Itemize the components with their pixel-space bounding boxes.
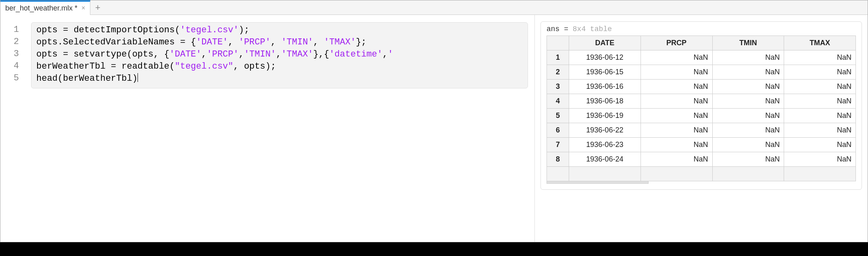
cell-tmin[interactable]: NaN [712,80,784,94]
cell-tmin[interactable]: NaN [712,152,784,167]
editor-window: ber_hot_weather.mlx * × + 12345 opts = d… [0,0,868,242]
code-token: , [201,49,207,59]
table-header-row: DATE PRCP TMIN TMAX [547,36,856,50]
footer-cell [547,167,569,181]
string-token: 'DATE' [169,49,201,59]
col-header-tmin[interactable]: TMIN [712,36,784,50]
string-token: 'TMIN' [244,49,276,59]
code-token: , [276,49,281,59]
cell-prcp[interactable]: NaN [641,109,712,123]
footer-cell [712,167,784,181]
code-token: }; [356,37,366,47]
code-token: ); [239,25,249,35]
string-token: 'tegel.csv' [180,25,238,35]
code-line[interactable]: opts.SelectedVariableNames = {'DATE', 'P… [36,36,523,48]
code-token: berWeatherTbl = readtable( [36,61,175,71]
cell-date[interactable]: 1936-06-12 [569,50,641,65]
table-row[interactable]: 81936-06-24NaNNaNNaN [547,152,856,167]
cell-tmin[interactable]: NaN [712,109,784,123]
table-row[interactable]: 61936-06-22NaNNaNNaN [547,123,856,138]
table-row[interactable]: 51936-06-19NaNNaNNaN [547,109,856,123]
row-number: 7 [547,138,569,152]
row-number: 1 [547,50,569,65]
cell-date[interactable]: 1936-06-23 [569,138,641,152]
footer-cell [641,167,712,181]
code-line[interactable]: head(berWeatherTbl) [36,73,523,85]
table-row[interactable]: 31936-06-16NaNNaNNaN [547,80,856,94]
tab-file[interactable]: ber_hot_weather.mlx * × [0,0,90,15]
cell-tmax[interactable]: NaN [784,138,856,152]
code-token: , [313,37,324,47]
cell-tmin[interactable]: NaN [712,123,784,138]
row-number: 2 [547,65,569,80]
cell-prcp[interactable]: NaN [641,94,712,109]
table-row[interactable]: 71936-06-23NaNNaNNaN [547,138,856,152]
cell-tmax[interactable]: NaN [784,65,856,80]
code-line[interactable]: opts = detectImportOptions('tegel.csv'); [36,24,523,36]
text-cursor [138,73,138,82]
plus-icon: + [95,2,100,13]
code-token: },{ [313,49,330,59]
string-token: 'TMAX' [281,49,313,59]
main-area: 12345 opts = detectImportOptions('tegel.… [0,15,868,242]
col-header-prcp[interactable]: PRCP [641,36,712,50]
cell-tmin[interactable]: NaN [712,65,784,80]
code-token: , [239,49,244,59]
col-header-date[interactable]: DATE [569,36,641,50]
cell-prcp[interactable]: NaN [641,65,712,80]
line-number: 2 [0,36,25,48]
editor-pane: 12345 opts = detectImportOptions('tegel.… [0,15,535,242]
output-table[interactable]: DATE PRCP TMIN TMAX 11936-06-12NaNNaNNaN… [547,36,856,181]
code-block[interactable]: opts = detectImportOptions('tegel.csv');… [31,22,528,88]
code-area[interactable]: opts = detectImportOptions('tegel.csv');… [25,15,534,242]
row-number: 4 [547,94,569,109]
line-number-gutter: 12345 [0,15,25,242]
footer-cell [569,167,641,181]
string-token: ' [388,49,393,59]
string-token: 'PRCP' [207,49,238,59]
cell-date[interactable]: 1936-06-15 [569,65,641,80]
cell-tmax[interactable]: NaN [784,50,856,65]
cell-tmax[interactable]: NaN [784,80,856,94]
cell-date[interactable]: 1936-06-24 [569,152,641,167]
row-number: 6 [547,123,569,138]
string-token: 'TMAX' [324,37,356,47]
code-line[interactable]: opts = setvartype(opts, {'DATE','PRCP','… [36,48,523,61]
row-number: 3 [547,80,569,94]
ans-prefix: ans = [547,25,573,33]
cell-tmin[interactable]: NaN [712,94,784,109]
close-icon[interactable]: × [81,4,85,12]
output-pane: ans = 8x4 table DATE PRCP TMIN TMAX 1193… [535,15,868,242]
add-tab-button[interactable]: + [90,0,105,15]
cell-date[interactable]: 1936-06-19 [569,109,641,123]
cell-tmax[interactable]: NaN [784,94,856,109]
code-token: , [382,49,388,59]
output-box: ans = 8x4 table DATE PRCP TMIN TMAX 1193… [540,21,862,190]
horizontal-scroll-indicator[interactable] [547,181,649,184]
footer-cell [784,167,856,181]
row-number: 8 [547,152,569,167]
col-header-tmax[interactable]: TMAX [784,36,856,50]
row-number: 5 [547,109,569,123]
cell-prcp[interactable]: NaN [641,138,712,152]
table-row[interactable]: 41936-06-18NaNNaNNaN [547,94,856,109]
cell-tmin[interactable]: NaN [712,50,784,65]
line-number: 5 [0,72,25,84]
cell-date[interactable]: 1936-06-16 [569,80,641,94]
cell-tmax[interactable]: NaN [784,152,856,167]
cell-tmax[interactable]: NaN [784,109,856,123]
table-row[interactable]: 11936-06-12NaNNaNNaN [547,50,856,65]
code-line[interactable]: berWeatherTbl = readtable("tegel.csv", o… [36,61,523,73]
output-ans-label: ans = 8x4 table [547,25,856,33]
cell-prcp[interactable]: NaN [641,50,712,65]
cell-prcp[interactable]: NaN [641,80,712,94]
cell-date[interactable]: 1936-06-22 [569,123,641,138]
cell-prcp[interactable]: NaN [641,123,712,138]
string-token: 'PRCP' [239,37,271,47]
line-number: 3 [0,48,25,60]
cell-tmin[interactable]: NaN [712,138,784,152]
table-row[interactable]: 21936-06-15NaNNaNNaN [547,65,856,80]
cell-tmax[interactable]: NaN [784,123,856,138]
cell-date[interactable]: 1936-06-18 [569,94,641,109]
cell-prcp[interactable]: NaN [641,152,712,167]
